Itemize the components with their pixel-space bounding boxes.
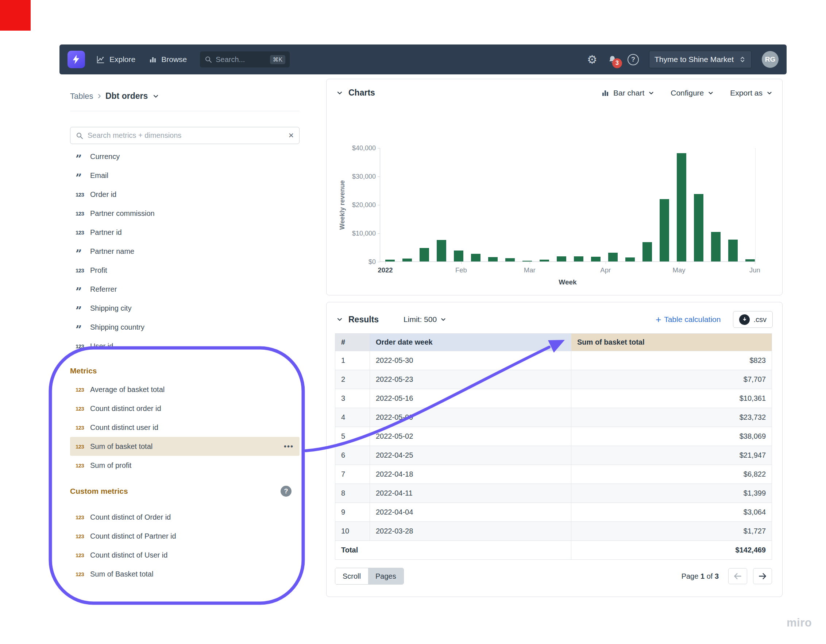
plus-icon: + [656,315,661,324]
sum-of-basket-total-cell[interactable]: $7,707 [571,370,772,389]
field-profit[interactable]: 123Profit [70,261,300,280]
breadcrumb-tables-link[interactable]: Tables [70,91,93,101]
field-count-distinct-of-user-id[interactable]: 123Count distinct of User id [70,545,300,565]
field-sum-of-basket-total[interactable]: 123Sum of basket total••• [70,437,300,456]
configure-button[interactable]: Configure [671,88,714,98]
red-shape[interactable] [0,0,31,31]
chart-bar [471,254,480,262]
field-count-distinct-of-partner-id[interactable]: 123Count distinct of Partner id [70,526,300,545]
sum-of-basket-total-cell[interactable]: $10,361 [571,389,772,408]
order-date-week-cell[interactable]: 2022-05-30 [370,351,571,370]
results-card-header: Results Limit: 500 + Table c [326,302,782,328]
order-date-week-cell[interactable]: 2022-04-18 [370,465,571,484]
settings-button[interactable]: ⚙ [587,54,597,65]
sum-of-basket-total-cell[interactable]: $38,069 [571,427,772,446]
help-button[interactable]: ? [627,54,639,65]
row-number-cell[interactable]: 10 [335,522,370,541]
row-number-cell[interactable]: 9 [335,503,370,522]
field-user-id[interactable]: 123User id [70,337,300,356]
row-number-cell[interactable]: 6 [335,446,370,465]
field-label: Shipping country [90,323,144,331]
field-menu-icon[interactable]: ••• [284,442,294,451]
column-header-row-number[interactable]: # [335,334,370,351]
order-date-week-cell[interactable]: 2022-05-09 [370,408,571,427]
row-number-cell[interactable]: 2 [335,370,370,389]
sum-of-basket-total-cell[interactable]: $823 [571,351,772,370]
field-currency[interactable]: ”Currency [70,147,300,166]
collapse-charts-icon[interactable] [336,89,343,97]
collapse-results-icon[interactable] [336,316,343,323]
app-logo[interactable] [67,51,85,68]
miro-watermark: miro [787,616,812,629]
row-number-cell[interactable]: 8 [335,484,370,503]
field-shipping-city[interactable]: ”Shipping city [70,299,300,317]
row-number-cell[interactable]: 4 [335,408,370,427]
order-date-week-cell[interactable]: 2022-05-16 [370,389,571,408]
order-date-week-cell[interactable]: 2022-03-28 [370,522,571,541]
lightdash-app: Explore Browse Search... [59,45,787,597]
clear-search-icon[interactable]: ✕ [288,131,294,140]
table-menu-caret-icon[interactable] [152,93,160,100]
field-label: Count distinct of User id [90,551,168,559]
field-average-of-basket-total[interactable]: 123Average of basket total [70,380,300,399]
row-number-cell[interactable]: 7 [335,465,370,484]
field-label: Partner id [90,228,122,237]
project-selector[interactable]: Thyme to Shine Market [649,51,751,68]
global-search-input[interactable]: Search... ⌘K [200,51,290,68]
order-date-week-cell[interactable]: 2022-05-23 [370,370,571,389]
field-shipping-country[interactable]: ”Shipping country [70,317,300,337]
breadcrumb: Tables › Dbt orders [70,91,300,101]
pages-mode-button[interactable]: Pages [368,568,404,584]
x-axis-tick-mark [755,262,755,264]
table-row: 22022-05-23$7,707 [335,370,772,389]
field-sum-of-profit[interactable]: 123Sum of profit [70,456,300,475]
chart-bar [745,259,755,262]
order-date-week-cell[interactable]: 2022-04-25 [370,446,571,465]
field-order-id[interactable]: 123Order id [70,185,300,204]
fields-search-input[interactable]: Search metrics + dimensions ✕ [70,127,300,144]
chart-bar [505,258,515,262]
row-number-cell[interactable]: 3 [335,389,370,408]
x-axis-tick-label: Mar [524,266,536,274]
nav-browse[interactable]: Browse [149,55,187,64]
table-row: 92022-04-04$3,064 [335,503,772,522]
scroll-mode-button[interactable]: Scroll [335,568,368,584]
field-count-distinct-order-id[interactable]: 123Count distinct order id [70,399,300,418]
field-referrer[interactable]: ”Referrer [70,280,300,299]
add-table-calculation-button[interactable]: + Table calculation [656,315,720,324]
order-date-week-cell[interactable]: 2022-05-02 [370,427,571,446]
field-label: Profit [90,266,107,275]
field-partner-commission[interactable]: 123Partner commission [70,204,300,223]
field-email[interactable]: ”Email [70,166,300,185]
field-count-distinct-user-id[interactable]: 123Count distinct user id [70,418,300,437]
field-partner-name[interactable]: ”Partner name [70,242,300,261]
custom-metrics-help-icon[interactable]: ? [281,486,292,497]
export-csv-button[interactable]: .csv [733,311,773,328]
number-field-icon: 123 [76,533,90,539]
next-page-button[interactable] [753,568,772,584]
chart-type-select[interactable]: Bar chart [601,88,655,98]
export-as-button[interactable]: Export as [730,88,773,98]
row-number-cell[interactable]: 5 [335,427,370,446]
sum-of-basket-total-cell[interactable]: $1,399 [571,484,772,503]
field-sum-of-basket-total[interactable]: 123Sum of Basket total [70,565,300,584]
column-header-order-date-week[interactable]: Order date week [370,334,571,351]
sum-of-basket-total-cell[interactable]: $1,727 [571,522,772,541]
field-label: Currency [90,152,120,161]
field-count-distinct-of-order-id[interactable]: 123Count distinct of Order id [70,508,300,526]
sum-of-basket-total-cell[interactable]: $6,822 [571,465,772,484]
notifications-button[interactable]: 3 [607,55,617,65]
sum-of-basket-total-cell[interactable]: $23,732 [571,408,772,427]
avatar[interactable]: RG [762,51,779,68]
row-number-cell[interactable]: 1 [335,351,370,370]
custom-metrics-section: Custom metrics ? [70,486,300,497]
field-partner-id[interactable]: 123Partner id [70,223,300,242]
sum-of-basket-total-cell[interactable]: $3,064 [571,503,772,522]
order-date-week-cell[interactable]: 2022-04-04 [370,503,571,522]
column-header-sum-of-basket-total[interactable]: Sum of basket total [571,334,772,351]
order-date-week-cell[interactable]: 2022-04-11 [370,484,571,503]
nav-explore[interactable]: Explore [96,55,135,64]
sum-of-basket-total-cell[interactable]: $21,947 [571,446,772,465]
previous-page-button[interactable] [728,568,747,584]
limit-select[interactable]: Limit: 500 [404,315,447,324]
